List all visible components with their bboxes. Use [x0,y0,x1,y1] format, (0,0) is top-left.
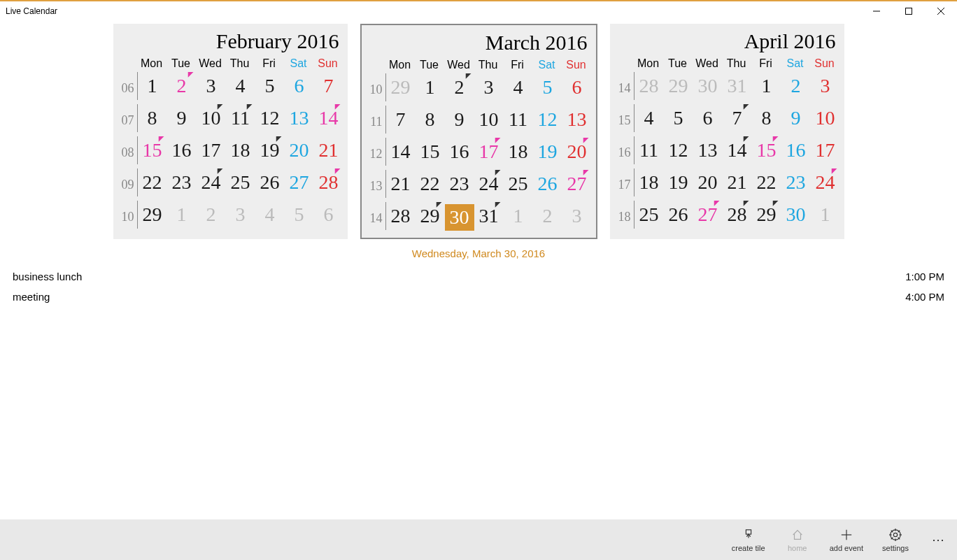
day-cell[interactable]: 11◣ [226,102,255,134]
day-cell[interactable]: 5 [664,102,693,134]
day-cell[interactable]: 20 [285,134,314,166]
day-cell[interactable]: 27 [285,166,314,199]
day-cell[interactable]: 1 [504,200,533,232]
day-cell[interactable]: 8 [138,102,167,134]
create-tile-button[interactable]: create tile [732,527,765,552]
more-button[interactable]: ⋯ [928,532,950,547]
day-cell[interactable]: 1 [167,199,197,231]
day-cell[interactable]: 30 [693,70,723,102]
day-cell[interactable]: 24◣ [474,168,504,200]
day-cell[interactable]: 6 [562,71,592,103]
minimize-button[interactable] [860,1,893,21]
day-cell[interactable]: 6 [314,199,343,231]
day-cell[interactable]: 6 [693,102,723,134]
day-cell[interactable]: 10 [811,102,840,134]
day-cell[interactable]: 27◣ [693,199,723,231]
day-cell[interactable]: 12 [533,103,562,136]
day-cell[interactable]: 16 [167,134,197,166]
day-cell[interactable]: 14 [386,136,416,168]
day-cell[interactable]: 29 [138,199,167,231]
day-cell[interactable]: 22 [138,166,167,199]
event-item[interactable]: meeting4:00 PM [13,287,944,307]
day-cell[interactable]: 22 [752,166,781,199]
close-button[interactable] [925,1,957,21]
day-cell[interactable]: 3 [226,199,255,231]
maximize-button[interactable] [893,1,925,21]
day-cell[interactable]: 2◣ [167,70,197,102]
day-cell[interactable]: 12 [255,102,285,134]
day-cell[interactable]: 20◣ [562,136,592,168]
day-cell[interactable]: 1 [752,70,781,102]
day-cell[interactable]: 23 [167,166,197,199]
day-cell[interactable]: 14◣ [314,102,343,134]
day-cell[interactable]: 28 [386,200,416,232]
day-cell[interactable]: 28 [635,70,664,102]
day-cell[interactable]: 17◣ [474,136,504,168]
day-cell[interactable]: 26 [664,199,693,231]
day-cell[interactable]: 4 [635,102,664,134]
day-cell[interactable]: 25 [226,166,255,199]
day-cell[interactable]: 3 [197,70,226,102]
day-cell[interactable]: 29 [386,71,416,103]
day-cell[interactable]: 13 [693,134,723,166]
day-cell[interactable]: 13 [285,102,314,134]
day-cell[interactable]: 23 [445,168,474,200]
day-cell[interactable]: 21 [314,134,343,166]
day-cell[interactable]: 19 [533,136,562,168]
day-cell[interactable]: 31 [723,70,752,102]
day-cell[interactable]: 29 [664,70,693,102]
day-cell[interactable]: 6 [285,70,314,102]
day-cell[interactable]: 28◣ [723,199,752,231]
day-cell[interactable]: 22 [416,168,445,200]
day-cell[interactable]: 25 [635,199,664,231]
day-cell[interactable]: 21 [386,168,416,200]
event-item[interactable]: business lunch1:00 PM [13,266,944,287]
day-cell[interactable]: 1 [138,70,167,102]
day-cell[interactable]: 8 [416,103,445,136]
day-cell[interactable]: 16 [445,136,474,168]
day-cell[interactable]: 5 [285,199,314,231]
day-cell[interactable]: 18 [635,166,664,199]
day-cell[interactable]: 26 [533,168,562,200]
day-cell[interactable]: 29◣ [752,199,781,231]
day-cell[interactable]: 11 [635,134,664,166]
day-cell[interactable]: 8 [752,102,781,134]
day-cell[interactable]: 30 [781,199,811,231]
day-cell[interactable]: 15 [416,136,445,168]
day-cell[interactable]: 4 [226,70,255,102]
day-cell[interactable]: 3 [474,71,504,103]
settings-button[interactable]: settings [879,527,912,552]
day-cell[interactable]: 5 [533,71,562,103]
day-cell[interactable]: 17 [197,134,226,166]
day-cell[interactable]: 24◣ [197,166,226,199]
day-cell[interactable]: 23 [781,166,811,199]
day-cell[interactable]: 25 [504,168,533,200]
day-cell[interactable]: 19◣ [255,134,285,166]
day-cell[interactable]: 15◣ [752,134,781,166]
day-cell[interactable]: 5 [255,70,285,102]
day-cell[interactable]: 20 [693,166,723,199]
day-cell[interactable]: 31◣ [474,200,504,232]
day-cell[interactable]: 18 [226,134,255,166]
day-cell[interactable]: 1 [416,71,445,103]
day-cell[interactable]: 4 [255,199,285,231]
day-cell[interactable]: 19 [664,166,693,199]
day-cell[interactable]: 9 [167,102,197,134]
day-cell[interactable]: 2◣ [445,71,474,103]
day-cell[interactable]: 13 [562,103,592,136]
day-cell[interactable]: 9 [781,102,811,134]
day-cell[interactable]: 24◣ [811,166,840,199]
day-cell[interactable]: 7 [386,103,416,136]
day-cell[interactable]: 2 [533,200,562,232]
day-cell[interactable]: 26 [255,166,285,199]
day-cell[interactable]: 14◣ [723,134,752,166]
day-cell[interactable]: 15◣ [138,134,167,166]
day-cell[interactable]: 9 [445,103,474,136]
day-cell[interactable]: 1 [811,199,840,231]
day-cell[interactable]: 4 [504,71,533,103]
day-cell[interactable]: 18 [504,136,533,168]
add-event-button[interactable]: add event [830,527,863,552]
day-cell[interactable]: 30 [445,204,474,231]
day-cell[interactable]: 3 [562,200,592,232]
day-cell[interactable]: 29◣ [416,200,445,232]
